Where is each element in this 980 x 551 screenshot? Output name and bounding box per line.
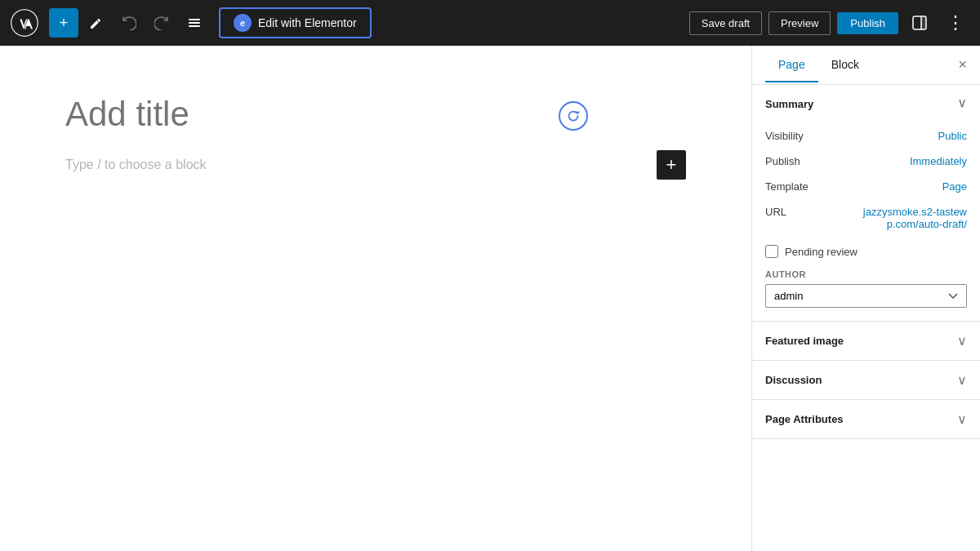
url-row: URL jazzysmoke.s2-tastewp.com/auto-draft… — [765, 199, 967, 237]
elementor-btn-label: Edit with Elementor — [258, 16, 357, 29]
svg-rect-3 — [189, 25, 200, 27]
plus-icon: + — [60, 15, 69, 32]
template-label: Template — [765, 180, 808, 193]
save-draft-button[interactable]: Save draft — [689, 11, 762, 35]
discussion-chevron-icon: ∨ — [957, 372, 967, 388]
summary-title: Summary — [765, 98, 813, 110]
page-attributes-header[interactable]: Page Attributes ∨ — [752, 400, 980, 438]
editor-area: Type / to choose a block + — [0, 46, 751, 551]
page-attributes-title: Page Attributes — [765, 413, 844, 425]
page-attributes-section: Page Attributes ∨ — [752, 400, 980, 439]
close-icon: × — [958, 56, 967, 73]
redo-icon — [154, 16, 169, 30]
settings-button[interactable] — [905, 8, 934, 38]
summary-chevron-icon: ∧ — [957, 96, 967, 112]
edit-with-elementor-button[interactable]: e Edit with Elementor — [219, 7, 372, 38]
visibility-label: Visibility — [765, 130, 804, 142]
add-block-inline-button[interactable]: + — [657, 150, 686, 180]
url-value[interactable]: jazzysmoke.s2-tastewp.com/auto-draft/ — [861, 206, 967, 230]
list-view-icon — [187, 16, 202, 30]
page-title-input[interactable] — [65, 95, 686, 134]
tab-block[interactable]: Block — [818, 48, 872, 82]
pending-review-label: Pending review — [785, 246, 858, 258]
sidebar-tabs: Page Block — [765, 48, 872, 82]
refresh-circle-icon — [559, 101, 588, 131]
featured-image-header[interactable]: Featured image ∨ — [752, 322, 980, 360]
sidebar: Page Block × Summary ∧ Visibility Public… — [751, 46, 980, 551]
pencil-icon — [89, 16, 104, 30]
publish-button[interactable]: Publish — [837, 12, 898, 34]
author-field: AUTHOR admin — [765, 269, 967, 308]
discussion-section: Discussion ∨ — [752, 361, 980, 400]
featured-image-section: Featured image ∨ — [752, 322, 980, 361]
pending-review-checkbox[interactable] — [765, 245, 778, 258]
summary-section: Summary ∧ Visibility Public Publish Imme… — [752, 85, 980, 322]
pending-review-row: Pending review — [765, 237, 967, 269]
block-placeholder-row: Type / to choose a block + — [65, 150, 686, 180]
main-layout: Type / to choose a block + Page Block × … — [0, 46, 980, 551]
publish-row: Publish Immediately — [765, 149, 967, 174]
discussion-title: Discussion — [765, 374, 822, 386]
template-value[interactable]: Page — [942, 180, 967, 193]
author-label: AUTHOR — [765, 269, 967, 279]
toolbar-right: Save draft Preview Publish ⋮ — [689, 8, 970, 38]
sidebar-close-button[interactable]: × — [958, 56, 967, 73]
visibility-row: Visibility Public — [765, 123, 967, 149]
wp-logo[interactable] — [10, 8, 39, 38]
publish-label: Publish — [765, 155, 800, 167]
list-view-button[interactable] — [180, 8, 209, 38]
discussion-header[interactable]: Discussion ∨ — [752, 361, 980, 399]
elementor-status-icon — [559, 101, 588, 131]
add-block-toolbar-button[interactable]: + — [49, 8, 78, 38]
url-label: URL — [765, 206, 786, 218]
toolbar: + e Edit with Elementor Save draft Previ… — [0, 0, 980, 46]
featured-image-chevron-icon: ∨ — [957, 333, 967, 349]
template-row: Template Page — [765, 174, 967, 199]
svg-rect-1 — [189, 19, 200, 20]
more-icon: ⋮ — [947, 12, 964, 33]
tab-page[interactable]: Page — [765, 48, 818, 82]
undo-icon — [122, 16, 136, 30]
block-placeholder-text: Type / to choose a block — [65, 158, 207, 172]
summary-content: Visibility Public Publish Immediately Te… — [752, 123, 980, 321]
undo-button[interactable] — [114, 8, 144, 38]
author-select[interactable]: admin — [765, 284, 967, 308]
visibility-value[interactable]: Public — [938, 130, 967, 142]
publish-value[interactable]: Immediately — [910, 155, 967, 167]
page-attributes-chevron-icon: ∨ — [957, 411, 967, 427]
svg-rect-2 — [189, 22, 200, 24]
summary-section-header[interactable]: Summary ∧ — [752, 85, 980, 123]
plus-inline-icon: + — [666, 156, 677, 174]
settings-icon — [911, 15, 928, 31]
more-options-button[interactable]: ⋮ — [941, 8, 970, 38]
featured-image-title: Featured image — [765, 335, 844, 347]
preview-button[interactable]: Preview — [768, 11, 831, 35]
svg-rect-5 — [921, 16, 926, 29]
sidebar-header: Page Block × — [752, 46, 980, 85]
redo-button[interactable] — [147, 8, 176, 38]
elementor-icon: e — [234, 14, 252, 32]
edit-mode-button[interactable] — [82, 8, 111, 38]
